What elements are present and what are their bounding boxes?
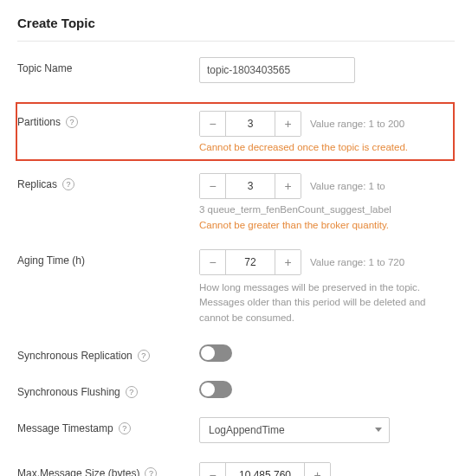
aging-value[interactable]	[226, 250, 275, 274]
label-msg-timestamp: Message Timestamp	[17, 422, 113, 434]
help-icon[interactable]: ?	[126, 386, 138, 398]
help-icon[interactable]: ?	[145, 467, 157, 476]
replicas-stepper: − +	[199, 173, 301, 199]
page-title: Create Topic	[17, 16, 455, 30]
help-icon[interactable]: ?	[62, 178, 74, 190]
partitions-decrement[interactable]: −	[200, 112, 226, 136]
sync-flushing-toggle[interactable]	[199, 381, 232, 398]
replicas-warning: Cannot be greater than the broker quanti…	[199, 220, 455, 230]
partitions-stepper: − +	[199, 111, 301, 137]
label-max-msg-size: Max.Message Size (bytes)	[17, 467, 139, 476]
help-icon[interactable]: ?	[119, 422, 131, 434]
max-msg-size-stepper: − +	[199, 462, 331, 476]
max-msg-size-value[interactable]	[226, 463, 304, 476]
label-aging: Aging Time (h)	[17, 254, 85, 267]
label-topic-name: Topic Name	[17, 62, 72, 74]
aging-increment[interactable]: +	[275, 250, 301, 274]
max-msg-size-decrement[interactable]: −	[200, 463, 226, 476]
partitions-warning: Cannot be decreased once the topic is cr…	[199, 142, 449, 152]
divider	[17, 41, 455, 42]
replicas-sublabel: 3 queue_term_fenBenCount_suggest_label	[199, 204, 455, 215]
label-sync-flushing: Synchronous Flushing	[17, 386, 120, 398]
aging-desc: How long messages will be preserved in t…	[199, 280, 455, 325]
help-icon[interactable]: ?	[66, 116, 78, 128]
aging-stepper: − +	[199, 249, 301, 275]
row-topic-name: Topic Name	[17, 57, 455, 83]
row-partitions: Partitions ? − + Value range: 1 to 200 C…	[16, 102, 455, 161]
aging-range: Value range: 1 to 720	[310, 257, 404, 267]
replicas-value[interactable]	[226, 174, 275, 198]
msg-timestamp-select[interactable]: LogAppendTime	[199, 417, 390, 443]
row-sync-replication: Synchronous Replication ?	[17, 344, 455, 362]
partitions-value[interactable]	[226, 112, 275, 136]
replicas-decrement[interactable]: −	[200, 174, 226, 198]
row-sync-flushing: Synchronous Flushing ?	[17, 381, 455, 398]
sync-replication-toggle[interactable]	[199, 344, 232, 362]
row-aging: Aging Time (h) − + Value range: 1 to 720…	[17, 249, 455, 325]
replicas-increment[interactable]: +	[275, 174, 301, 198]
label-partitions: Partitions	[17, 116, 61, 128]
row-max-msg-size: Max.Message Size (bytes) ? − +	[17, 462, 455, 476]
replicas-range: Value range: 1 to	[310, 181, 385, 191]
aging-decrement[interactable]: −	[200, 250, 226, 274]
chevron-down-icon	[375, 428, 382, 432]
row-msg-timestamp: Message Timestamp ? LogAppendTime	[17, 417, 455, 443]
help-icon[interactable]: ?	[138, 350, 150, 362]
max-msg-size-increment[interactable]: +	[304, 463, 330, 476]
partitions-range: Value range: 1 to 200	[310, 119, 404, 129]
topic-name-input[interactable]	[199, 57, 355, 83]
label-replicas: Replicas	[17, 178, 57, 190]
msg-timestamp-value: LogAppendTime	[209, 424, 285, 436]
label-sync-replication: Synchronous Replication	[17, 350, 133, 362]
partitions-increment[interactable]: +	[275, 112, 301, 136]
row-replicas: Replicas ? − + Value range: 1 to 3 queue…	[17, 173, 455, 230]
